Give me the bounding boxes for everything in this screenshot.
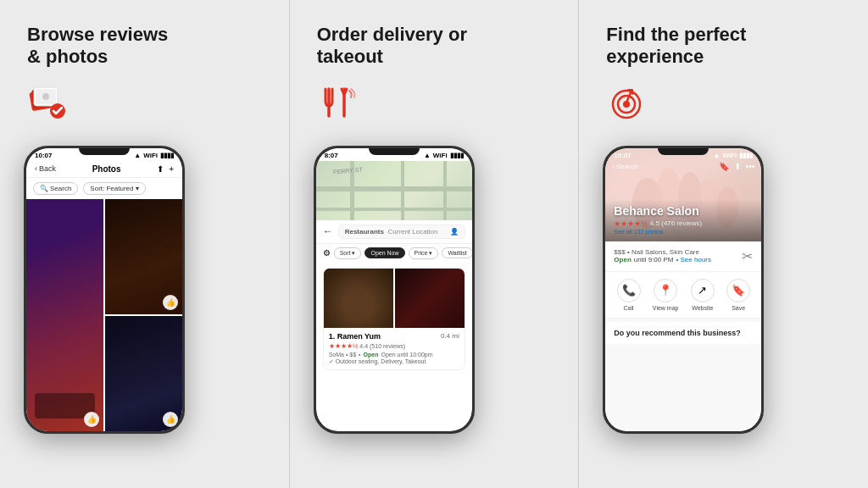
salon-rating: 4.5 (476 reviews): [650, 219, 702, 227]
browse-icon: [27, 82, 269, 130]
restaurant-card-1[interactable]: 1. Ramen Yum 0.4 mi ★★★★½ 4.4 (510 revie…: [323, 268, 465, 370]
sort-filter[interactable]: Sort ▾: [334, 247, 362, 259]
restaurant-list: 1. Ramen Yum 0.4 mi ★★★★½ 4.4 (510 revie…: [316, 263, 472, 431]
filters-bar: ⚙ Sort ▾ Open Now Price ▾ Waitlist: [316, 244, 472, 263]
restaurant-rating: 4.4 (510 reviews): [359, 343, 405, 349]
photos-nav: ‹ Back Photos ⬆+: [26, 161, 182, 178]
phone-1: 10:07 ▲WiFi▮▮▮▮ ‹ Back Photos ⬆+: [24, 146, 185, 434]
call-button[interactable]: 📞 Call: [617, 279, 641, 311]
restaurant-tags: ✓ Outdoor seating, Delivery, Takeout: [329, 358, 459, 365]
sort-pill[interactable]: Sort: Featured ▾: [83, 182, 145, 195]
panel-browse-title: Browse reviews & photos: [27, 24, 269, 69]
salon-stars: ★★★★½: [614, 219, 648, 228]
salon-hero-text: Behance Salon ★★★★½ 4.5 (476 reviews) Se…: [614, 204, 753, 235]
restaurants-nav: ← Restaurants Current Location 👤: [316, 220, 472, 244]
price-filter[interactable]: Price ▾: [409, 247, 439, 259]
salon-nav: ‹ Search 🔖⬆•••: [605, 160, 761, 173]
like-btn-2[interactable]: 👍: [163, 295, 178, 310]
salon-actions: 📞 Call 📍 View map ↗ Website 🔖: [605, 272, 761, 319]
open-now-filter[interactable]: Open Now: [364, 247, 404, 258]
like-btn-3[interactable]: 👍: [163, 412, 178, 427]
salon-hero: ‹ Search 🔖⬆••• Behance Salon ★★★★½: [605, 148, 761, 241]
like-btn-1[interactable]: 👍: [84, 412, 99, 427]
photos-title: Photos: [92, 164, 121, 174]
photo-bottom-right: 👍: [105, 316, 182, 431]
scissors-icon: ✂: [742, 248, 753, 264]
recommend-text: Do you recommend this business?: [614, 329, 753, 337]
restaurant-meta: SoMa • $$ • Open Open until 10:00pm: [329, 352, 459, 358]
photo-main: 👍: [26, 199, 103, 431]
waitlist-filter[interactable]: Waitlist: [442, 247, 471, 258]
salon-name: Behance Salon: [614, 204, 753, 218]
salon-hours: Open until 9:00 PM • See hours: [614, 256, 711, 263]
website-button[interactable]: ↗ Website: [691, 279, 715, 311]
status-bar-3: 10:07 ▲WiFi▮▮▮▮: [605, 148, 761, 161]
status-bar-2: 8:07 ▲WiFi▮▮▮▮: [316, 148, 472, 161]
status-bar-1: 10:07 ▲WiFi▮▮▮▮: [26, 148, 182, 161]
nav-icons: ⬆+: [157, 164, 174, 174]
panel-experience-title: Find the perfect experience: [606, 24, 848, 69]
salon-content: $$$ • Nail Salons, Skin Care Open until …: [605, 241, 761, 431]
salon-category: $$$ • Nail Salons, Skin Care: [614, 248, 711, 256]
search-pill[interactable]: 🔍 Search: [33, 182, 78, 195]
panel-browse: Browse reviews & photos 10:07: [0, 0, 289, 488]
panel-delivery-title: Order delivery or takeout: [317, 24, 559, 69]
see-hours-link[interactable]: • See hours: [676, 256, 712, 263]
delivery-icon: [317, 82, 559, 130]
svg-point-4: [42, 93, 49, 100]
view-map-button[interactable]: 📍 View map: [653, 279, 679, 311]
map-area: PERRY ST: [316, 161, 472, 220]
restaurant-name: 1. Ramen Yum: [329, 332, 381, 341]
restaurant-img-bowl: [324, 269, 393, 328]
salon-back-btn[interactable]: ‹ Search: [612, 163, 637, 170]
panel-experience: Find the perfect experience 10:07: [579, 0, 868, 488]
photos-grid: 👍 👍 👍: [26, 199, 182, 431]
salon-nav-icons: 🔖⬆•••: [719, 162, 755, 171]
save-button[interactable]: 🔖 Save: [726, 279, 750, 311]
back-button[interactable]: ‹ Back: [35, 164, 56, 173]
recommend-section: Do you recommend this business?: [605, 322, 761, 344]
restaurant-distance: 0.4 mi: [441, 332, 459, 340]
photos-toolbar: 🔍 Search Sort: Featured ▾: [26, 178, 182, 199]
phone-3: 10:07 ▲WiFi▮▮▮▮: [603, 146, 764, 434]
restaurant-stars: ★★★★½: [329, 342, 359, 350]
restaurant-img-exterior: [395, 269, 465, 328]
panel-delivery: Order delivery or takeout 8:07: [290, 0, 579, 488]
experience-icon: [606, 82, 848, 130]
salon-info: $$$ • Nail Salons, Skin Care Open until …: [605, 241, 761, 272]
location-bar[interactable]: Restaurants Current Location 👤: [338, 225, 465, 239]
see-all-photos[interactable]: See all 132 photos: [614, 229, 753, 235]
phone-2: 8:07 ▲WiFi▮▮▮▮ PERRY ST ←: [314, 146, 475, 434]
photo-top-right: 👍: [105, 199, 182, 314]
